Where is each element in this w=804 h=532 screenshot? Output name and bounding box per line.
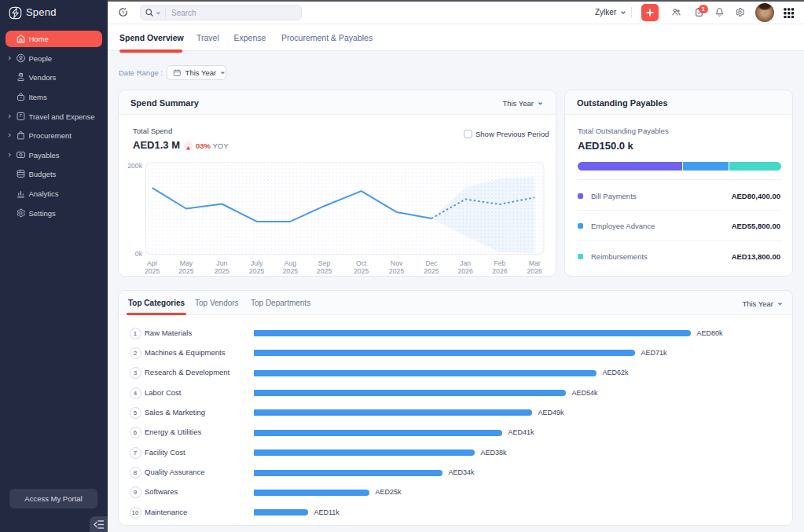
svg-text:Mar: Mar	[529, 259, 541, 267]
svg-text:2026: 2026	[527, 267, 542, 275]
svg-text:Dec: Dec	[425, 259, 438, 267]
svg-text:200k: 200k	[127, 162, 142, 170]
svg-text:May: May	[180, 259, 193, 267]
svg-text:0k: 0k	[135, 250, 143, 258]
svg-text:2025: 2025	[317, 267, 332, 275]
svg-text:2025: 2025	[249, 267, 264, 275]
svg-text:2025: 2025	[424, 267, 439, 275]
svg-text:Jan: Jan	[460, 259, 471, 267]
svg-text:2025: 2025	[215, 267, 229, 275]
svg-text:Oct: Oct	[356, 259, 367, 267]
svg-text:2025: 2025	[145, 267, 160, 275]
svg-text:2025: 2025	[283, 267, 298, 275]
svg-text:2025: 2025	[178, 267, 193, 275]
svg-text:Aug: Aug	[285, 259, 297, 267]
svg-text:Sep: Sep	[318, 259, 331, 267]
svg-text:2025: 2025	[354, 267, 369, 275]
svg-text:2025: 2025	[389, 267, 404, 275]
svg-text:Nov: Nov	[391, 259, 403, 267]
svg-text:Apr: Apr	[147, 259, 158, 267]
svg-text:2026: 2026	[492, 267, 507, 275]
svg-text:Feb: Feb	[494, 259, 505, 267]
svg-text:July: July	[251, 259, 263, 267]
svg-text:Jun: Jun	[216, 259, 227, 267]
svg-text:2026: 2026	[457, 267, 472, 275]
